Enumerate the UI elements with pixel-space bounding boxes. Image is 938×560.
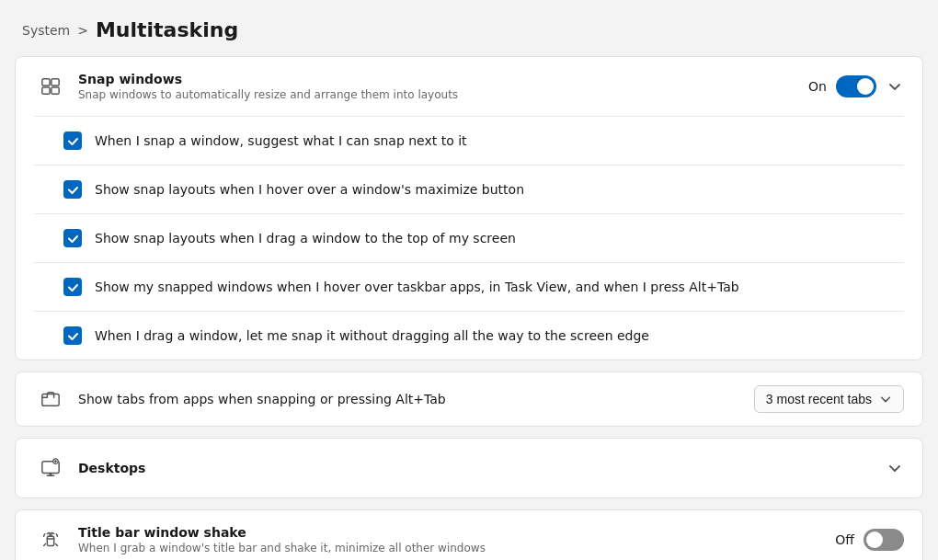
title-bar-shake-title: Title bar window shake xyxy=(78,525,835,540)
snap-option-2-checkbox[interactable] xyxy=(63,180,82,199)
snap-option-2-label: Show snap layouts when I hover over a wi… xyxy=(95,182,524,197)
snap-windows-card: Snap windows Snap windows to automatical… xyxy=(15,56,923,360)
page-title: Multitasking xyxy=(96,18,238,41)
tabs-dropdown[interactable]: 3 most recent tabs xyxy=(754,385,904,413)
title-bar-shake-icon xyxy=(34,530,67,550)
snap-windows-subtitle: Snap windows to automatically resize and… xyxy=(78,88,808,101)
snap-option-4: Show my snapped windows when I hover ove… xyxy=(16,263,922,311)
breadcrumb-parent[interactable]: System xyxy=(22,23,70,38)
title-bar-shake-status: Off xyxy=(835,532,854,547)
snap-windows-status: On xyxy=(808,79,827,94)
snap-windows-controls: On xyxy=(808,75,904,97)
desktops-text: Desktops xyxy=(78,461,886,475)
snap-option-1-label: When I snap a window, suggest what I can… xyxy=(95,133,467,148)
title-bar-shake-controls: Off xyxy=(835,529,904,551)
tabs-dropdown-chevron-icon xyxy=(879,393,892,406)
tabs-icon xyxy=(34,389,67,409)
title-bar-shake-card: Title bar window shake When I grab a win… xyxy=(15,509,923,560)
svg-point-6 xyxy=(50,474,51,475)
snap-windows-text: Snap windows Snap windows to automatical… xyxy=(78,72,808,101)
title-bar-shake-toggle[interactable] xyxy=(864,529,904,551)
svg-rect-2 xyxy=(42,87,50,94)
desktops-icon xyxy=(34,458,67,478)
desktops-card: Desktops xyxy=(15,438,923,498)
title-bar-shake-header[interactable]: Title bar window shake When I grab a win… xyxy=(16,510,922,560)
snap-windows-title: Snap windows xyxy=(78,72,808,86)
svg-rect-8 xyxy=(47,536,53,545)
svg-rect-1 xyxy=(51,79,59,86)
snap-option-5: When I drag a window, let me snap it wit… xyxy=(16,312,922,360)
snap-windows-header[interactable]: Snap windows Snap windows to automatical… xyxy=(16,57,922,116)
snap-option-4-label: Show my snapped windows when I hover ove… xyxy=(95,280,739,294)
snap-windows-toggle[interactable] xyxy=(836,75,876,97)
desktops-header[interactable]: Desktops xyxy=(16,439,922,497)
desktops-controls xyxy=(886,459,904,477)
title-bar-shake-subtitle: When I grab a window's title bar and sha… xyxy=(78,542,835,554)
snap-option-4-checkbox[interactable] xyxy=(63,278,82,296)
snap-option-1-checkbox[interactable] xyxy=(63,131,82,150)
tabs-row: Show tabs from apps when snapping or pre… xyxy=(16,372,922,426)
snap-option-5-checkbox[interactable] xyxy=(63,326,82,345)
snap-option-5-label: When I drag a window, let me snap it wit… xyxy=(95,328,649,343)
desktops-title: Desktops xyxy=(78,461,886,475)
snap-option-3: Show snap layouts when I drag a window t… xyxy=(16,214,922,262)
snap-option-3-label: Show snap layouts when I drag a window t… xyxy=(95,231,516,246)
snap-windows-chevron-icon[interactable] xyxy=(886,77,904,96)
title-bar-shake-text: Title bar window shake When I grab a win… xyxy=(78,525,835,554)
svg-rect-4 xyxy=(42,394,59,406)
tabs-dropdown-value: 3 most recent tabs xyxy=(766,392,872,406)
snap-option-1: When I snap a window, suggest what I can… xyxy=(16,117,922,165)
tabs-card: Show tabs from apps when snapping or pre… xyxy=(15,371,923,427)
svg-rect-0 xyxy=(42,79,50,86)
snap-windows-icon xyxy=(34,76,67,97)
desktops-chevron-icon[interactable] xyxy=(886,459,904,477)
svg-rect-3 xyxy=(51,87,59,94)
snap-option-2: Show snap layouts when I hover over a wi… xyxy=(16,166,922,213)
tabs-label: Show tabs from apps when snapping or pre… xyxy=(78,392,754,406)
breadcrumb: System > Multitasking xyxy=(0,0,938,56)
breadcrumb-separator: > xyxy=(77,23,88,38)
snap-option-3-checkbox[interactable] xyxy=(63,229,82,247)
